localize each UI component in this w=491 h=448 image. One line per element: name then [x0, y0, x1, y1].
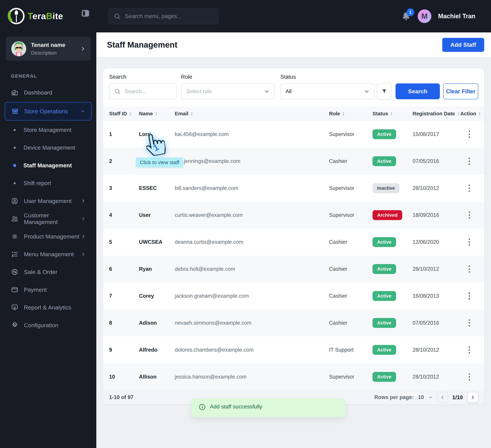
bullet-icon — [14, 147, 16, 149]
sidebar-item-product-management[interactable]: Product Management — [5, 228, 92, 245]
name-cell: Alfredo — [139, 347, 175, 353]
staff-search-input[interactable]: Search... — [109, 83, 176, 99]
table-row[interactable]: 7 Corey jackson.graham@example.com Cashi… — [103, 282, 484, 310]
table-row[interactable]: 9 Alfredo dolores.chambers@example.com I… — [103, 336, 484, 363]
role-cell: Supervisor — [329, 131, 373, 137]
name-cell: ESSEC — [139, 185, 175, 191]
row-actions-menu-button[interactable] — [467, 156, 472, 166]
status-select[interactable]: All — [281, 83, 375, 99]
sidebar-subitem-store-management[interactable]: Store Management — [5, 121, 92, 139]
registration-date-cell: 15/08/2017 — [413, 131, 460, 137]
email-cell: kai.456@example.com — [175, 131, 329, 137]
table-row[interactable]: 10 Allison jessica.hanson@example.com Su… — [103, 363, 484, 390]
search-icon — [114, 88, 121, 95]
chevron-down-icon[interactable] — [428, 395, 433, 399]
column-label: Role — [329, 111, 340, 117]
avatar-initial: M — [421, 12, 428, 20]
rows-per-page-value[interactable]: 10 — [418, 394, 424, 400]
table-row[interactable]: 8 Adison nevaeh.simmons@example.com Cash… — [103, 310, 484, 336]
user-avatar[interactable]: M — [418, 9, 431, 23]
name-cell: Adison — [139, 320, 175, 326]
dashboard-icon — [11, 89, 19, 96]
staff-id-cell: 3 — [109, 185, 139, 191]
sidebar-item-label: Store Operations — [24, 108, 68, 115]
next-page-button[interactable] — [467, 392, 478, 403]
table-header-row: Staff ID▲▼Name▲▼Email▲▼Role▲▼Status▲▼Reg… — [103, 107, 484, 121]
staff-id-cell: 7 — [109, 293, 139, 299]
status-cell: Active — [373, 264, 413, 274]
toast-message: Add staff successfully — [210, 403, 262, 410]
row-actions-menu-button[interactable] — [467, 291, 472, 301]
user-name: Machiel Tran — [438, 13, 475, 20]
staff-id-cell: 8 — [109, 320, 139, 326]
table-row[interactable]: 6 Ryan debra.holt@example.com Cashier Ac… — [103, 255, 484, 282]
name-cell: UWCSEA — [139, 239, 175, 245]
registration-date-cell: 28/10/2012 — [413, 347, 460, 353]
sidebar-item-label: Report & Analytics — [24, 304, 71, 311]
column-header-role[interactable]: Role▲▼ — [329, 111, 373, 117]
row-actions-menu-button[interactable] — [467, 318, 472, 328]
column-header-email[interactable]: Email▲▼ — [175, 111, 329, 117]
registration-date-cell: 28/10/2012 — [413, 185, 460, 191]
table-row[interactable]: 5 UWCSEA deanna.curtis@example.com Cashi… — [103, 229, 484, 255]
sidebar-item-store-operations[interactable]: Store Operations — [5, 102, 92, 120]
menu-list-icon — [11, 250, 19, 258]
sidebar-item-customer-management[interactable]: Customer Management — [5, 210, 92, 228]
sidebar-item-menu-management[interactable]: Menu Management — [5, 245, 92, 263]
bullet-icon — [14, 129, 16, 131]
row-actions-menu-button[interactable] — [467, 183, 472, 194]
row-actions-menu-button[interactable] — [467, 210, 472, 220]
global-search-placeholder: Search menu, pages... — [125, 13, 182, 19]
status-badge: Active — [373, 318, 396, 328]
search-button[interactable]: Search — [396, 83, 440, 99]
role-cell: Supervisor — [329, 185, 373, 191]
clear-filter-button[interactable]: Clear Filter — [443, 83, 478, 99]
column-header-staff-id[interactable]: Staff ID▲▼ — [109, 111, 139, 117]
sidebar-item-label: Shift report — [24, 180, 51, 186]
staff-id-cell: 10 — [109, 374, 139, 380]
role-select[interactable]: Select role — [181, 83, 274, 99]
filter-status-group: Status All — [281, 74, 375, 99]
row-actions-menu-button[interactable] — [467, 345, 472, 355]
tenant-card[interactable]: Tenant name Description — [6, 37, 91, 61]
row-actions-menu-button[interactable] — [467, 237, 472, 247]
status-cell: Active — [373, 291, 413, 301]
global-search-input[interactable]: Search menu, pages... — [108, 8, 218, 24]
role-cell: Cashier — [329, 158, 373, 164]
sidebar-item-payment[interactable]: Payment — [5, 281, 92, 299]
sidebar-item-user-management[interactable]: User Management — [5, 192, 92, 210]
table-row[interactable]: 3 ESSEC bill.sanders@example.com Supervi… — [103, 175, 484, 202]
row-actions-menu-button[interactable] — [467, 371, 472, 382]
sidebar-item-sale-order[interactable]: Sale & Order — [5, 263, 92, 281]
info-icon — [199, 403, 206, 411]
advanced-filter-button[interactable] — [377, 83, 392, 99]
staff-id-cell: 5 — [109, 239, 139, 245]
sidebar-item-label: Device Management — [24, 145, 75, 151]
prev-page-button[interactable] — [437, 392, 448, 403]
tenant-info: Tenant name Description — [31, 42, 65, 56]
sidebar-item-dashboard[interactable]: Dashboard — [5, 84, 92, 101]
notifications-button[interactable]: 1 — [401, 11, 411, 21]
column-header-action[interactable]: Action▲▼ — [460, 111, 481, 117]
gear-icon — [11, 321, 19, 329]
rows-per-page-label: Rows per page: — [374, 394, 414, 400]
registration-date-cell: 28/10/2012 — [413, 374, 460, 380]
column-header-status[interactable]: Status▲▼ — [373, 111, 413, 117]
add-staff-button[interactable]: Add Staff — [442, 38, 484, 52]
column-label: Action — [460, 111, 476, 117]
row-actions-menu-button[interactable] — [467, 129, 472, 140]
sidebar-collapse-icon[interactable] — [81, 9, 90, 18]
sidebar-item-label: Sale & Order — [24, 269, 57, 275]
table-row[interactable]: 4 User curtis.weaver@example.com Supervi… — [103, 202, 484, 229]
sidebar-subitem-device-management[interactable]: Device Management — [5, 139, 92, 157]
tenant-avatar — [11, 41, 26, 56]
customers-icon — [11, 215, 19, 223]
sidebar-item-report-analytics[interactable]: Report & Analytics — [5, 299, 92, 316]
row-actions-menu-button[interactable] — [467, 264, 472, 274]
name-cell: User — [139, 212, 175, 218]
sidebar-subitem-staff-management[interactable]: Staff Management — [5, 157, 92, 174]
column-header-name[interactable]: Name▲▼ — [139, 111, 175, 117]
sidebar-subitem-shift-report[interactable]: Shift report — [5, 174, 92, 192]
sidebar-item-configuration[interactable]: Configuration — [5, 316, 92, 334]
column-header-registration-date[interactable]: Registration Date▲▼ — [413, 111, 460, 117]
